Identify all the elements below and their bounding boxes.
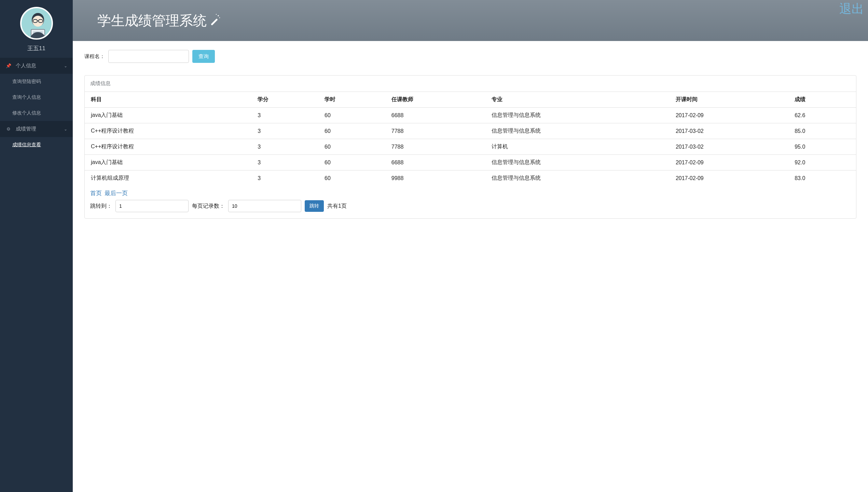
sidebar-group-label: 个人信息 (16, 63, 36, 69)
svg-point-10 (219, 17, 220, 18)
table-cell: C++程序设计教程 (85, 123, 252, 139)
col-header: 开课时间 (670, 92, 789, 108)
magic-wand-icon (209, 13, 221, 28)
table-cell: 3 (252, 123, 319, 139)
table-cell: 信息管理与信息系统 (486, 123, 670, 139)
table-row: C++程序设计教程3607788信息管理与信息系统2017-03-0285.0 (85, 123, 856, 139)
pagination: 首页 最后一页 跳转到： 每页记录数： 跳转 共有1页 (85, 186, 856, 218)
profile: 王五11 (0, 0, 73, 58)
table-cell: 3 (252, 155, 319, 170)
search-row: 课程名： 查询 (84, 50, 856, 63)
table-cell: 83.0 (789, 170, 856, 186)
table-cell: 2017-03-02 (670, 123, 789, 139)
table-cell: java入门基础 (85, 155, 252, 170)
username: 王五11 (0, 44, 73, 52)
table-row: java入门基础3606688信息管理与信息系统2017-02-0962.6 (85, 108, 856, 123)
pager-last-link[interactable]: 最后一页 (105, 190, 128, 196)
gears-icon: ⚙ (5, 126, 12, 132)
table-cell: 85.0 (789, 123, 856, 139)
col-header: 专业 (486, 92, 670, 108)
table-cell: 7788 (386, 123, 486, 139)
table-cell: 60 (319, 108, 386, 123)
grades-table: 科目学分学时任课教师专业开课时间成绩 java入门基础3606688信息管理与信… (85, 92, 856, 186)
table-cell: 6688 (386, 108, 486, 123)
chevron-down-icon: ⌄ (64, 127, 67, 132)
table-cell: 计算机组成原理 (85, 170, 252, 186)
table-cell: 60 (319, 170, 386, 186)
page-size-input[interactable] (228, 200, 301, 212)
sidebar-group-personal[interactable]: 📌 个人信息 ⌄ (0, 58, 73, 74)
sidebar-item-login-password[interactable]: 查询登陆密码 (0, 74, 73, 90)
table-cell: 信息管理与信息系统 (486, 108, 670, 123)
panel-title: 成绩信息 (85, 76, 856, 92)
page-size-label: 每页记录数： (192, 203, 225, 210)
search-label: 课程名： (84, 53, 105, 60)
table-cell: 3 (252, 108, 319, 123)
table-cell: 62.6 (789, 108, 856, 123)
search-button[interactable]: 查询 (192, 50, 215, 63)
table-cell: 信息管理与信息系统 (486, 155, 670, 170)
jump-page-input[interactable] (115, 200, 189, 212)
table-cell: 信息管理与信息系统 (486, 170, 670, 186)
col-header: 学时 (319, 92, 386, 108)
total-pages-text: 共有1页 (327, 203, 347, 210)
table-cell: C++程序设计教程 (85, 139, 252, 155)
grades-panel: 成绩信息 科目学分学时任课教师专业开课时间成绩 java入门基础3606688信… (84, 75, 856, 219)
table-cell: 2017-03-02 (670, 139, 789, 155)
logout-link[interactable]: 退出 (839, 1, 864, 17)
table-cell: 2017-02-09 (670, 155, 789, 170)
pager-links: 首页 最后一页 (90, 189, 851, 197)
table-cell: 60 (319, 155, 386, 170)
svg-rect-7 (211, 18, 218, 25)
page-title: 学生成绩管理系统 (97, 11, 221, 30)
sidebar-group-grades[interactable]: ⚙ 成绩管理 ⌄ (0, 121, 73, 137)
table-cell: 3 (252, 139, 319, 155)
avatar (20, 7, 53, 40)
table-cell: 2017-02-09 (670, 108, 789, 123)
table-cell: 6688 (386, 155, 486, 170)
sidebar-group-label: 成绩管理 (16, 126, 36, 132)
col-header: 学分 (252, 92, 319, 108)
col-header: 成绩 (789, 92, 856, 108)
table-cell: 9988 (386, 170, 486, 186)
table-cell: java入门基础 (85, 108, 252, 123)
pager-first-link[interactable]: 首页 (90, 190, 102, 196)
sidebar: 王五11 📌 个人信息 ⌄ 查询登陆密码 查询个人信息 修改个人信息 ⚙ 成绩管… (0, 0, 73, 492)
content: 课程名： 查询 成绩信息 科目学分学时任课教师专业开课时间成绩 java入门基础… (73, 41, 868, 228)
svg-point-9 (216, 14, 217, 14)
table-cell: 95.0 (789, 139, 856, 155)
col-header: 科目 (85, 92, 252, 108)
col-header: 任课教师 (386, 92, 486, 108)
table-row: java入门基础3606688信息管理与信息系统2017-02-0992.0 (85, 155, 856, 170)
pin-icon: 📌 (5, 63, 12, 68)
svg-point-8 (218, 15, 219, 16)
header: 学生成绩管理系统 退出 (73, 0, 868, 41)
table-cell: 计算机 (486, 139, 670, 155)
table-cell: 2017-02-09 (670, 170, 789, 186)
table-row: C++程序设计教程3607788计算机2017-03-0295.0 (85, 139, 856, 155)
main: 学生成绩管理系统 退出 课程名： 查询 成绩信息 (73, 0, 868, 492)
sidebar-item-grade-view[interactable]: 成绩信息查看 (0, 137, 73, 153)
table-cell: 3 (252, 170, 319, 186)
jump-button[interactable]: 跳转 (305, 200, 324, 212)
course-name-input[interactable] (108, 50, 189, 63)
table-cell: 60 (319, 123, 386, 139)
page-title-text: 学生成绩管理系统 (97, 11, 207, 30)
sidebar-item-personal-info[interactable]: 查询个人信息 (0, 90, 73, 105)
table-cell: 92.0 (789, 155, 856, 170)
table-cell: 60 (319, 139, 386, 155)
sidebar-item-edit-personal[interactable]: 修改个人信息 (0, 105, 73, 121)
jump-label: 跳转到： (90, 203, 112, 210)
table-row: 计算机组成原理3609988信息管理与信息系统2017-02-0983.0 (85, 170, 856, 186)
table-cell: 7788 (386, 139, 486, 155)
chevron-down-icon: ⌄ (64, 64, 67, 68)
